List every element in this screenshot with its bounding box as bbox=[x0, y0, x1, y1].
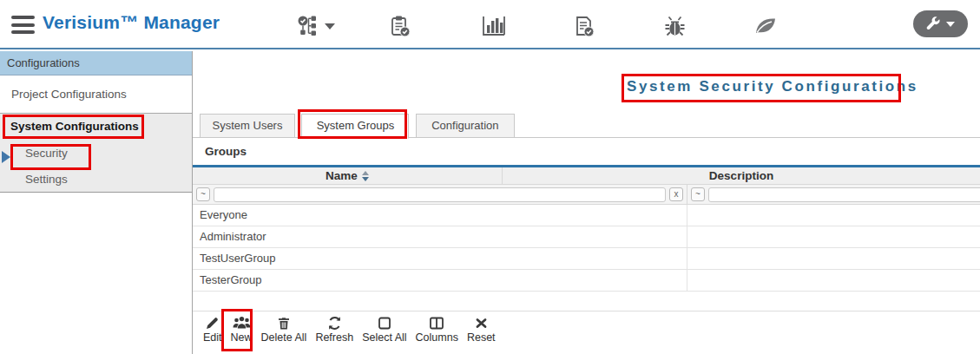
table-filter-row: ~ x ~ bbox=[193, 185, 980, 205]
chevron-down-icon bbox=[946, 22, 955, 27]
sort-icon[interactable] bbox=[362, 171, 369, 181]
column-header-name[interactable]: Name bbox=[193, 167, 503, 184]
tab-system-groups[interactable]: System Groups bbox=[301, 114, 409, 139]
panel-title: Groups bbox=[193, 138, 980, 165]
refresh-button[interactable]: Refresh bbox=[315, 316, 353, 344]
cell-name: Everyone bbox=[193, 205, 687, 226]
app-title: Verisium™ Manager bbox=[43, 12, 220, 33]
name-filter-clear-button[interactable]: x bbox=[669, 187, 683, 201]
column-header-description[interactable]: Description bbox=[503, 167, 980, 184]
sidebar-item-settings[interactable]: Settings bbox=[0, 167, 192, 192]
sidebar-item-project-configurations[interactable]: Project Configurations bbox=[0, 75, 192, 113]
sidebar-item-system-configurations[interactable]: System Configurations bbox=[0, 114, 192, 140]
leaf-icon[interactable] bbox=[753, 14, 793, 38]
reset-label: Reset bbox=[467, 331, 496, 344]
column-header-name-label: Name bbox=[326, 169, 358, 182]
table-row[interactable]: TesterGroup bbox=[193, 270, 980, 292]
delete-all-label: Delete All bbox=[261, 331, 307, 344]
sidebar-section-system: System Configurations Security Settings bbox=[0, 113, 192, 193]
name-filter-mode-button[interactable]: ~ bbox=[196, 187, 210, 201]
description-filter-mode-button[interactable]: ~ bbox=[691, 187, 705, 201]
cell-name: TestUserGroup bbox=[193, 248, 687, 269]
chevron-down-icon bbox=[325, 23, 335, 30]
columns-label: Columns bbox=[416, 331, 458, 344]
table-row[interactable]: Everyone bbox=[193, 205, 980, 226]
edit-label: Edit bbox=[203, 331, 222, 344]
wrench-icon bbox=[926, 16, 941, 31]
clipboard-check-icon[interactable] bbox=[389, 14, 429, 38]
cell-description bbox=[687, 226, 980, 247]
refresh-icon bbox=[327, 316, 342, 331]
delete-all-button[interactable]: Delete All bbox=[261, 316, 307, 344]
columns-icon bbox=[429, 316, 444, 331]
page-title: System Security Configurations bbox=[627, 78, 918, 95]
tab-strip: System Users System Groups Configuration bbox=[193, 114, 980, 138]
refresh-label: Refresh bbox=[315, 331, 353, 344]
table-header-row: Name Description bbox=[193, 167, 980, 185]
column-header-description-label: Description bbox=[503, 167, 980, 184]
sidebar: Configurations Project Configurations Sy… bbox=[0, 51, 193, 354]
description-filter-cell: ~ bbox=[687, 185, 980, 204]
sidebar-header: Configurations bbox=[0, 51, 192, 75]
table-action-toolbar: Edit New bbox=[193, 311, 980, 344]
checkbox-icon bbox=[378, 316, 391, 331]
main-content: System Security Configurations System Us… bbox=[193, 51, 980, 354]
trash-icon bbox=[277, 316, 291, 331]
x-icon bbox=[475, 316, 488, 331]
sidebar-item-security[interactable]: Security bbox=[0, 140, 192, 167]
bar-chart-icon[interactable] bbox=[481, 14, 521, 38]
select-all-button[interactable]: Select All bbox=[362, 316, 406, 344]
pencil-icon bbox=[205, 316, 220, 331]
cell-name: TesterGroup bbox=[193, 270, 687, 291]
workflow-check-icon[interactable] bbox=[297, 14, 337, 38]
tab-configuration[interactable]: Configuration bbox=[416, 114, 515, 138]
table-row[interactable]: TestUserGroup bbox=[193, 248, 980, 270]
columns-button[interactable]: Columns bbox=[416, 316, 458, 344]
cell-name: Administrator bbox=[193, 226, 687, 247]
new-label: New bbox=[231, 331, 253, 344]
bug-icon[interactable] bbox=[663, 14, 703, 38]
selection-pointer-icon bbox=[2, 151, 10, 163]
cell-description bbox=[687, 248, 980, 269]
name-filter-input[interactable] bbox=[214, 187, 666, 202]
tab-system-users[interactable]: System Users bbox=[200, 114, 295, 138]
hamburger-menu-icon[interactable] bbox=[11, 16, 35, 34]
table-row[interactable]: Administrator bbox=[193, 226, 980, 248]
reset-button[interactable]: Reset bbox=[467, 316, 496, 344]
cell-description bbox=[687, 270, 980, 291]
top-bar: Verisium™ Manager bbox=[0, 0, 980, 49]
edit-button[interactable]: Edit bbox=[203, 316, 222, 344]
name-filter-cell: ~ x bbox=[193, 185, 687, 204]
users-group-icon bbox=[232, 316, 252, 331]
description-filter-input[interactable] bbox=[708, 187, 980, 202]
admin-tools-button[interactable] bbox=[913, 10, 968, 37]
new-button[interactable]: New bbox=[231, 316, 253, 344]
document-check-icon[interactable] bbox=[573, 14, 613, 38]
cell-description bbox=[687, 205, 980, 226]
select-all-label: Select All bbox=[362, 331, 406, 344]
verisium-manager-window: Verisium™ Manager bbox=[0, 0, 980, 354]
